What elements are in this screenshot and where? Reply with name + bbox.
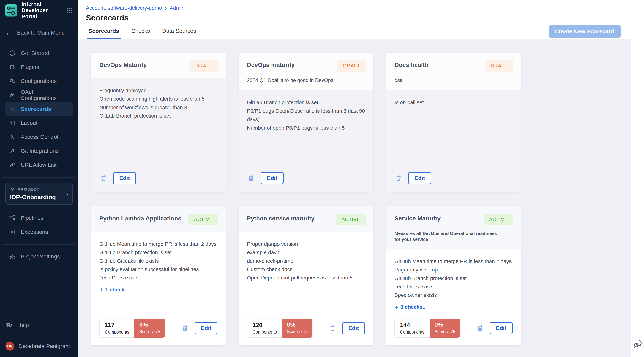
avatar: DP (6, 342, 14, 351)
sidebar-item-label: URL Allow List (21, 162, 56, 168)
scorecard-card: DevOps Maturity DRAFT Frequently deploye… (91, 52, 226, 192)
delete-button[interactable] (394, 174, 403, 183)
edit-button[interactable]: Edit (113, 172, 136, 184)
check-item: Proper django version (247, 240, 365, 248)
project-selector[interactable]: PROJECT IDP-Onboarding › (6, 183, 73, 204)
card-header: DevOps Maturity DRAFT (91, 52, 226, 78)
check-item: P0/P1 bugs Open/Close ratio is less than… (247, 107, 365, 124)
checks-list: GitLab Branch protection is setP0/P1 bug… (247, 98, 365, 132)
delete-button[interactable] (247, 174, 255, 183)
breadcrumb: Account: software-delivery-demo › Admin (86, 5, 631, 11)
sidebar-item-plugins[interactable]: Plugins (6, 60, 73, 74)
user-menu[interactable]: DP Debabrata Panigrahi (6, 342, 73, 351)
checks-list: GitHub Mean time to merge PR is less tha… (99, 240, 218, 282)
get-started-icon (9, 50, 16, 57)
delete-button[interactable] (328, 324, 336, 333)
app-logo-icon (5, 4, 18, 17)
score-value: 0% (434, 321, 455, 328)
check-item: GitHub Mean time to merge PR is less tha… (394, 257, 513, 266)
arrow-left-icon: ← (6, 30, 12, 36)
sidebar-item-help[interactable]: ? Help (6, 318, 73, 332)
delete-button[interactable] (476, 324, 484, 333)
sidebar-item-pipelines[interactable]: Pipelines (6, 211, 73, 225)
scorecard-title: DevOps maturity (247, 60, 294, 68)
check-item: Open code scanning high alerts is less t… (99, 95, 218, 103)
sidebar-item-layout[interactable]: Layout (6, 116, 73, 130)
edit-button[interactable]: Edit (408, 172, 431, 184)
check-item: Spec owner exists (394, 291, 513, 299)
check-item: Number of open P0/P1 bugs is less than 5 (247, 124, 365, 132)
back-to-main-menu[interactable]: ← Back to Main Menu (6, 30, 73, 36)
sidebar-item-label: Executions (21, 229, 48, 235)
admin-nav: Get Started Plugins Configurations OAuth… (0, 46, 78, 172)
page-header: Account: software-delivery-demo › Admin … (78, 0, 631, 24)
check-item: GitLab Branch protection is set (247, 98, 365, 106)
delete-button[interactable] (181, 324, 189, 333)
score-value: 0% (287, 321, 308, 328)
sidebar-item-configurations[interactable]: Configurations (6, 74, 73, 88)
checks-list: Is on-call set (394, 98, 513, 106)
scorecard-card: Python service maturity ACTIVE Proper dj… (239, 206, 373, 346)
create-new-scorecard-button[interactable]: Create New Scorecard (548, 25, 621, 38)
components-score-chip: 117 Components 0% Score > 75 (99, 318, 165, 338)
breadcrumb-account-link[interactable]: Account: software-delivery-demo (86, 5, 162, 11)
sidebar-item-get-started[interactable]: Get Started (6, 46, 73, 60)
executions-icon (9, 228, 16, 236)
edit-button[interactable]: Edit (490, 322, 513, 334)
sidebar-item-executions[interactable]: Executions (6, 225, 73, 239)
more-checks-link[interactable]: + 1 check (99, 286, 218, 293)
card-body: GitLab Branch protection is setP0/P1 bug… (239, 90, 373, 192)
divider (3, 42, 75, 42)
scorecard-card: Python Lambda Applications ACTIVE GitHub… (91, 206, 226, 346)
scorecard-title: Python service maturity (247, 214, 314, 222)
pipelines-icon (9, 214, 16, 222)
card-body: GitHub Mean time to merge PR is less tha… (91, 232, 226, 346)
tab-data-sources[interactable]: Data Sources (160, 24, 198, 39)
card-footer: 144 Components 0% Score > 75 (394, 318, 513, 338)
card-footer: 120 Components 0% Score > 75 (247, 318, 365, 338)
delete-button[interactable] (99, 174, 108, 183)
sidebar-item-scorecards[interactable]: Scorecards (6, 102, 73, 116)
back-label: Back to Main Menu (17, 30, 65, 36)
scorecard-description: dsa (394, 77, 499, 84)
gear-icon (9, 253, 16, 260)
check-item: example david (247, 248, 365, 256)
sidebar-item-url-allow-list[interactable]: URL Allow List (6, 158, 73, 172)
check-item: demo-check-pr-time (247, 257, 365, 265)
sidebar-item-access-control[interactable]: Access Control (6, 130, 73, 144)
sidebar-header: Internal Developer Portal (0, 0, 78, 21)
tab-scorecards[interactable]: Scorecards (87, 24, 121, 39)
tab-checks[interactable]: Checks (129, 24, 152, 39)
sidebar-item-project-settings[interactable]: Project Settings (6, 250, 73, 264)
breadcrumb-admin-link[interactable]: Admin (170, 5, 184, 11)
sidebar-item-label: Get Started (21, 50, 49, 56)
app-switcher-grid-icon[interactable] (66, 6, 73, 14)
scorecard-title: Docs health (394, 60, 428, 68)
sidebar-item-git-integrations[interactable]: Git Integrations (6, 144, 73, 158)
more-checks-link[interactable]: + 3 checks.. (394, 304, 513, 310)
scorecards-icon (9, 106, 16, 112)
user-name: Debabrata Panigrahi (18, 343, 70, 349)
edit-button[interactable]: Edit (342, 322, 365, 334)
url-allow-list-icon (9, 161, 16, 168)
project-eyebrow: PROJECT (18, 187, 40, 192)
components-label: Components (400, 330, 424, 335)
scorecard-description: Measures all DevOps and Operational read… (394, 230, 499, 242)
tabbar: Scorecards Checks Data Sources Create Ne… (78, 24, 631, 39)
status-badge: ACTIVE (336, 214, 366, 225)
edit-button[interactable]: Edit (194, 322, 218, 334)
card-body: Is on-call set Edit (386, 90, 521, 192)
divider (3, 244, 75, 245)
sidebar-item-label: Plugins (21, 64, 39, 70)
sidebar-item-label: Configurations (21, 78, 57, 84)
support-chat-button[interactable] (633, 339, 643, 349)
sidebar-item-oauth-configurations[interactable]: OAuth Configurations (6, 88, 73, 102)
tab-label: Scorecards (88, 28, 119, 34)
components-label: Components (252, 330, 277, 335)
check-item: Open Dependabot pull requests is less th… (247, 274, 365, 282)
check-item: Is policy evaluation successful for pipe… (99, 265, 218, 274)
more-checks-label: 3 checks.. (400, 304, 426, 310)
card-body: Proper django versionexample daviddemo-c… (239, 232, 373, 346)
edit-button[interactable]: Edit (261, 172, 284, 184)
components-score-chip: 144 Components 0% Score > 75 (394, 318, 460, 338)
